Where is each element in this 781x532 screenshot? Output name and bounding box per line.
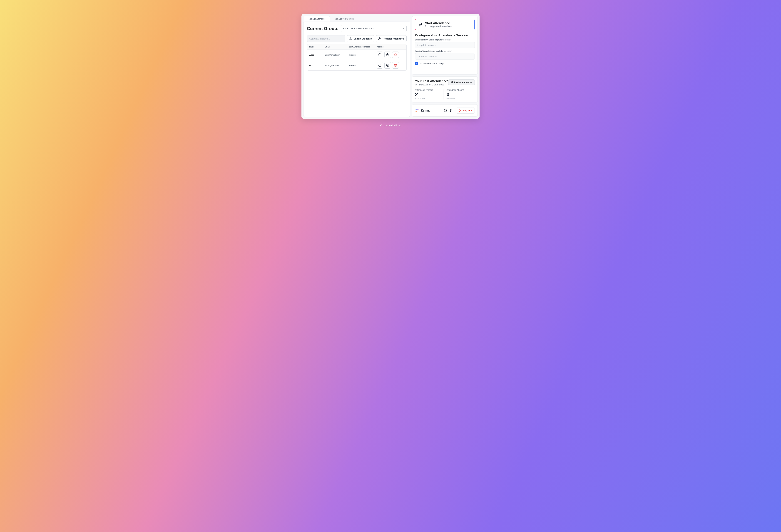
stats: Attendees Present 2 100% of total Attend… bbox=[415, 89, 475, 99]
chevron-down-icon bbox=[403, 28, 405, 29]
col-status: Last Attendance Status bbox=[349, 46, 377, 48]
group-select-value: Acme Corporation Attendance bbox=[343, 27, 374, 30]
panel-body: Current Group: Acme Corporation Attendan… bbox=[303, 22, 410, 117]
configure-heading: Configure Your Attendance Session: bbox=[415, 34, 475, 37]
stat-present-num: 2 bbox=[415, 91, 440, 97]
export-students-label: Export Students bbox=[354, 37, 372, 40]
captured-with-arc-label: Captured with Arc bbox=[384, 124, 401, 127]
stat-absent-num: 0 bbox=[447, 91, 472, 97]
row-name: Bob bbox=[309, 64, 325, 67]
group-select[interactable]: Acme Corporation Attendance bbox=[341, 25, 407, 32]
footer-card: Zyma Log Out bbox=[412, 104, 478, 117]
config-card: Start Attendance for 2 registered attend… bbox=[412, 16, 478, 75]
feedback-icon[interactable] bbox=[450, 109, 453, 112]
allow-people-label: Allow People Not in Group bbox=[420, 62, 444, 65]
allow-people-row[interactable]: Allow People Not in Group bbox=[415, 62, 475, 65]
toolbar: Export Students Register Attendees bbox=[307, 35, 407, 42]
brand-name: Zyma bbox=[421, 109, 429, 113]
stat-absent: Attendees Absent 0 0% of total bbox=[443, 89, 475, 99]
info-button[interactable] bbox=[377, 51, 383, 58]
tabs: Manage Attendees Manage Your Groups bbox=[303, 16, 410, 22]
stat-absent-label: Attendees Absent bbox=[447, 89, 472, 91]
search-input[interactable] bbox=[309, 37, 343, 40]
start-attendance-button[interactable]: Start Attendance for 2 registered attend… bbox=[415, 19, 475, 30]
svg-point-11 bbox=[387, 65, 388, 66]
upload-icon bbox=[349, 37, 352, 40]
brand: Zyma bbox=[415, 109, 429, 113]
delete-button[interactable] bbox=[392, 62, 399, 69]
row-actions bbox=[377, 51, 404, 58]
stat-present-label: Attendees Present bbox=[415, 89, 440, 91]
allow-people-checkbox[interactable] bbox=[415, 62, 418, 65]
session-timeout-input[interactable] bbox=[415, 53, 475, 60]
logout-button[interactable]: Log Out bbox=[456, 107, 475, 114]
info-button[interactable] bbox=[377, 62, 383, 69]
last-attendance-heading: Your Last Attendance: bbox=[415, 79, 448, 83]
start-attendance-title: Start Attendance bbox=[425, 22, 452, 25]
table-header: Name Email Last Attendance Status Action… bbox=[307, 44, 406, 50]
search-box[interactable] bbox=[307, 35, 345, 42]
all-past-attendances-button[interactable]: All Past Attendances bbox=[448, 79, 475, 85]
brand-logo-icon bbox=[415, 109, 419, 113]
settings-button[interactable] bbox=[384, 51, 391, 58]
svg-rect-12 bbox=[419, 23, 421, 25]
sun-icon[interactable] bbox=[444, 109, 447, 112]
svg-point-18 bbox=[445, 110, 446, 111]
col-email: Email bbox=[325, 46, 349, 48]
row-email: bob@gmail.com bbox=[325, 64, 349, 67]
last-attendance-card: Your Last Attendance: On 1/6/2024 for 2 … bbox=[412, 76, 478, 103]
col-actions: Actions bbox=[377, 46, 404, 48]
register-attendees-button[interactable]: Register Attendees bbox=[376, 35, 407, 42]
info-icon bbox=[378, 53, 381, 56]
svg-point-17 bbox=[415, 111, 417, 112]
gear-icon bbox=[386, 53, 389, 56]
session-timeout-label: Session Timeout (Leave empty for indefin… bbox=[415, 50, 475, 52]
current-group-label: Current Group: bbox=[307, 26, 338, 31]
row-actions bbox=[377, 62, 404, 69]
svg-rect-16 bbox=[417, 109, 419, 110]
svg-point-1 bbox=[379, 38, 380, 38]
logout-label: Log Out bbox=[463, 109, 472, 112]
delete-button[interactable] bbox=[392, 51, 399, 58]
stat-present: Attendees Present 2 100% of total bbox=[415, 89, 443, 99]
info-icon bbox=[378, 64, 381, 67]
row-name: Alice bbox=[309, 54, 325, 56]
logout-icon bbox=[459, 109, 461, 112]
col-name: Name bbox=[309, 46, 325, 48]
start-attendance-text: Start Attendance for 2 registered attend… bbox=[425, 22, 452, 28]
svg-line-22 bbox=[446, 111, 446, 112]
table-row: Alice alice@gmail.com Present bbox=[307, 50, 406, 60]
export-students-button[interactable]: Export Students bbox=[346, 35, 374, 42]
stat-absent-pct: 0% of total bbox=[447, 97, 472, 99]
svg-rect-15 bbox=[415, 109, 417, 110]
row-status: Present bbox=[349, 54, 377, 56]
stat-present-pct: 100% of total bbox=[415, 97, 440, 99]
session-length-label: Session Length (Leave empty for indefini… bbox=[415, 39, 475, 41]
group-row: Current Group: Acme Corporation Attendan… bbox=[307, 25, 407, 32]
tab-manage-attendees[interactable]: Manage Attendees bbox=[304, 16, 330, 22]
user-plus-icon bbox=[378, 37, 381, 40]
row-status: Present bbox=[349, 64, 377, 67]
attendees-table: Name Email Last Attendance Status Action… bbox=[307, 44, 407, 71]
arc-icon bbox=[380, 124, 383, 127]
row-email: alice@gmail.com bbox=[325, 54, 349, 56]
session-length-input[interactable] bbox=[415, 42, 475, 48]
left-panel: Manage Attendees Manage Your Groups Curr… bbox=[303, 16, 410, 117]
trash-icon bbox=[394, 53, 397, 56]
settings-button[interactable] bbox=[384, 62, 391, 69]
app-window: Manage Attendees Manage Your Groups Curr… bbox=[301, 14, 480, 119]
footer-icons: Log Out bbox=[444, 107, 475, 114]
start-attendance-subtitle: for 2 registered attendees bbox=[425, 25, 452, 28]
last-attendance-header: Your Last Attendance: On 1/6/2024 for 2 … bbox=[415, 79, 475, 86]
right-col: Start Attendance for 2 registered attend… bbox=[412, 16, 478, 117]
tab-manage-groups[interactable]: Manage Your Groups bbox=[330, 16, 358, 22]
register-attendees-label: Register Attendees bbox=[383, 37, 404, 40]
svg-point-7 bbox=[387, 54, 388, 55]
table-row: Bob bob@gmail.com Present bbox=[307, 60, 406, 71]
bus-icon bbox=[418, 23, 422, 27]
gear-icon bbox=[386, 64, 389, 67]
trash-icon bbox=[394, 64, 397, 67]
last-attendance-subtitle: On 1/6/2024 for 2 attendees bbox=[415, 83, 448, 86]
captured-with-arc: Captured with Arc bbox=[380, 124, 401, 127]
